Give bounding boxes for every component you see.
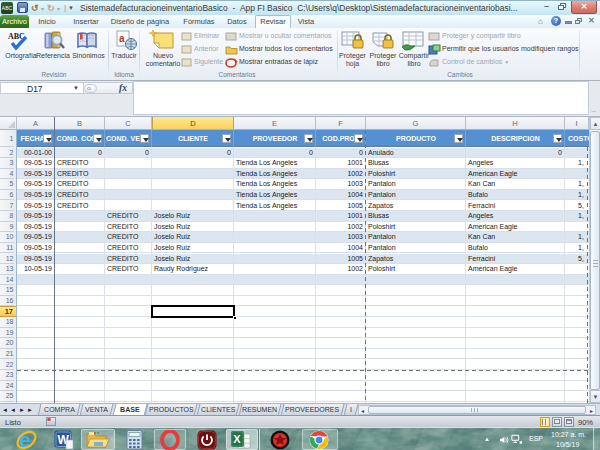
svg-text:a: a [119,33,125,44]
svg-text:X: X [233,433,241,445]
